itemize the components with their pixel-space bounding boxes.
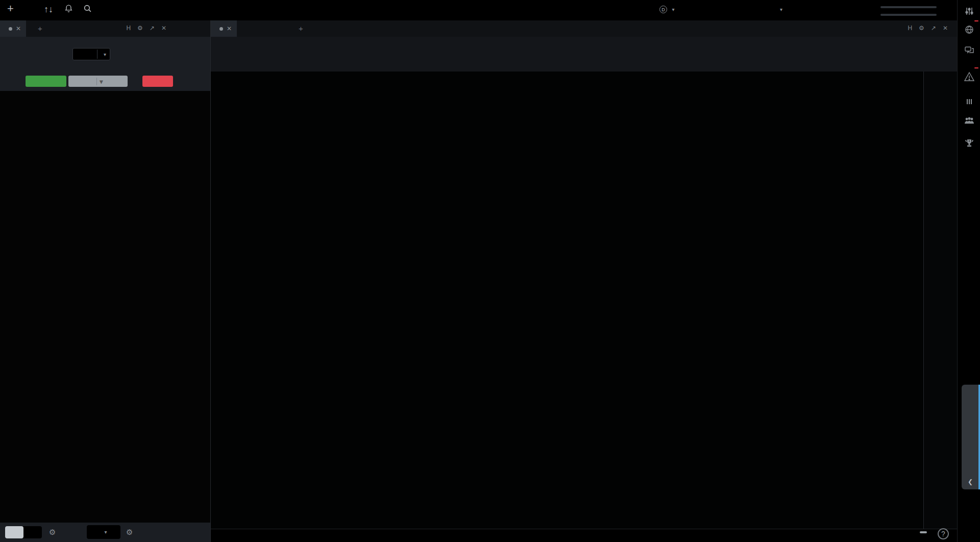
current-time-badge <box>920 531 927 533</box>
day-margin-bar <box>880 6 937 8</box>
chevron-left-icon: ❮ <box>968 478 973 485</box>
dom-rows <box>0 111 210 532</box>
popout-icon[interactable]: ↗ <box>150 25 155 32</box>
order-duration-toggle[interactable] <box>5 526 42 538</box>
alert-badge <box>974 67 978 68</box>
tpo-plot-area[interactable] <box>211 72 923 529</box>
status-dot <box>219 27 223 31</box>
community-icon[interactable] <box>963 115 975 128</box>
chevron-down-icon[interactable]: ▾ <box>96 78 103 85</box>
chat-icon[interactable] <box>963 45 975 57</box>
openpl-block[interactable]: ▾ <box>780 3 782 13</box>
account-selector[interactable]: D ▾ <box>659 3 674 13</box>
chart-window-icons: H ⚙ ↗ ✕ <box>908 25 948 32</box>
bell-icon[interactable] <box>64 4 73 15</box>
tab-esz0-dom[interactable]: ✕ <box>0 20 26 37</box>
chart-tabbar: ✕ + H ⚙ ↗ ✕ <box>211 20 957 37</box>
dom-controls: ⚙ ▾ ⚙ <box>0 523 210 542</box>
popout-icon[interactable]: ↗ <box>931 25 936 32</box>
gear-icon[interactable]: ⚙ <box>137 25 143 32</box>
price-axis[interactable] <box>923 72 958 529</box>
help-icon[interactable]: ? <box>938 528 949 539</box>
buy-mkt-button[interactable] <box>26 76 66 87</box>
close-icon[interactable]: ✕ <box>227 25 232 32</box>
qty-stepper[interactable]: ▾ <box>72 48 110 60</box>
close-icon[interactable]: ✕ <box>161 25 166 32</box>
right-rail: ❮ <box>957 0 980 542</box>
gear-icon[interactable]: ⚙ <box>126 528 133 537</box>
warning-icon[interactable] <box>963 72 975 84</box>
close-icon[interactable]: ✕ <box>943 25 948 32</box>
close-icon[interactable]: ✕ <box>16 25 21 32</box>
chart-info-bar <box>211 37 957 72</box>
header-toggle-icon[interactable]: H <box>908 25 912 32</box>
gear-icon[interactable]: ⚙ <box>49 528 56 537</box>
day-toggle[interactable] <box>5 526 23 538</box>
status-dot <box>9 27 12 31</box>
tab-esz0-tpo[interactable]: ✕ <box>211 20 237 37</box>
chevron-down-icon: ▾ <box>104 529 107 535</box>
dom-ladder: | | | | | <box>0 91 210 532</box>
initial-margin-bar <box>880 14 937 16</box>
notification-badge <box>974 20 978 21</box>
gtc-toggle[interactable] <box>23 526 42 538</box>
tab-ac2js[interactable] <box>270 20 280 37</box>
trophy-icon[interactable] <box>963 138 975 150</box>
gear-icon[interactable]: ⚙ <box>919 25 924 32</box>
globe-icon[interactable] <box>963 25 975 37</box>
chevron-down-icon: ▾ <box>780 7 782 12</box>
divider <box>97 50 97 59</box>
chevron-down-icon: ▾ <box>104 52 106 57</box>
add-workspace-icon[interactable]: + <box>7 2 14 15</box>
header-toggle-icon[interactable]: H <box>126 25 131 32</box>
columns-icon[interactable] <box>963 97 975 109</box>
top-bar: + ↑↓ D ▾ ▾ <box>0 0 980 20</box>
dom-window-icons: H ⚙ ↗ ✕ <box>126 25 166 32</box>
chevron-down-icon: ▾ <box>672 7 674 12</box>
sell-mkt-button[interactable] <box>142 76 173 87</box>
new-tab-icon[interactable]: + <box>38 24 42 33</box>
new-tab-icon[interactable]: + <box>299 24 303 33</box>
transfer-icon[interactable]: ↑↓ <box>44 4 53 15</box>
dom-header: ▾ ▾ <box>0 37 210 91</box>
demo-account-icon: D <box>659 6 667 13</box>
dom-tabbar: ✕ + H ⚙ ↗ ✕ <box>0 20 210 37</box>
sliders-icon[interactable] <box>963 6 975 18</box>
time-axis[interactable] <box>211 529 958 542</box>
tradovate-help-tab[interactable]: ❮ <box>962 385 980 489</box>
dom-column-headers <box>0 103 210 111</box>
dom-panel: ✕ + H ⚙ ↗ ✕ ▾ ▾ | <box>0 20 210 542</box>
tpo-chart-panel: ✕ + H ⚙ ↗ ✕ ? <box>210 20 957 542</box>
brackets-dropdown[interactable]: ▾ <box>87 525 120 539</box>
search-icon[interactable] <box>83 4 92 15</box>
exit-at-mkt-button[interactable]: ▾ <box>68 76 128 87</box>
